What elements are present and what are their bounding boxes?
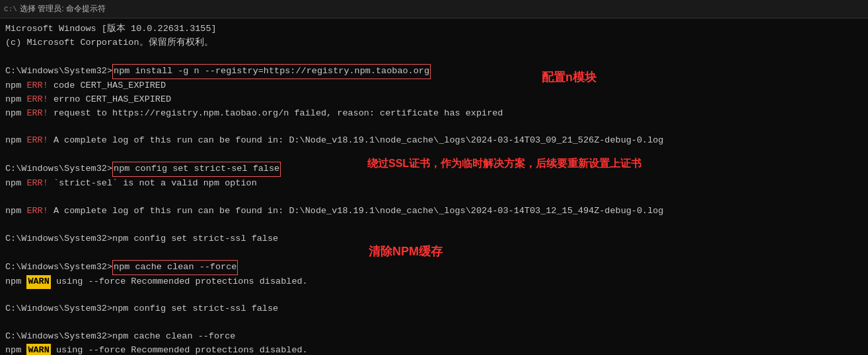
line-npm-install: C:\Windows\System32>npm install -g n --r… — [5, 64, 863, 79]
title-bar-text: 选择 管理员: 命令提示符 — [20, 3, 106, 15]
line-err-strict-sel: npm ERR! `strict-sel` is not a valid npm… — [5, 177, 863, 191]
line-err-errno: npm ERR! errno CERT_HAS_EXPIRED — [5, 93, 863, 107]
terminal: Microsoft Windows [版本 10.0.22631.3155] (… — [0, 18, 868, 355]
line-err-log2: npm ERR! A complete log of this run can … — [5, 205, 863, 218]
line-copyright: (c) Microsoft Corporation。保留所有权利。 — [5, 36, 863, 50]
line-warn2: npm WARN using --force Recommended prote… — [5, 344, 863, 355]
line-windows-version: Microsoft Windows [版本 10.0.22631.3155] — [5, 22, 863, 36]
line-npm-cache-clean: C:\Windows\System32>npm cache clean --fo… — [5, 260, 863, 275]
line-npm-cache-clean2: C:\Windows\System32>npm cache clean --fo… — [5, 330, 863, 344]
line-err-log1: npm ERR! A complete log of this run can … — [5, 134, 863, 148]
annotation-npm-cache: 清除NPM缓存 — [369, 243, 443, 261]
line-err-code: npm ERR! code CERT_HAS_EXPIRED — [5, 79, 863, 93]
annotation-ssl: 绕过SSL证书，作为临时解决方案，后续要重新设置上证书 — [367, 156, 641, 172]
annotation-configure-n: 配置n模块 — [542, 69, 597, 87]
line-npm-config-ssl2: C:\Windows\System32>npm config set stric… — [5, 302, 863, 316]
line-err-request: npm ERR! request to https://registry.npm… — [5, 107, 863, 121]
title-bar: C:\ 选择 管理员: 命令提示符 — [0, 0, 868, 18]
line-warn1: npm WARN using --force Recommended prote… — [5, 275, 863, 289]
title-bar-icon: C:\ — [5, 4, 16, 15]
